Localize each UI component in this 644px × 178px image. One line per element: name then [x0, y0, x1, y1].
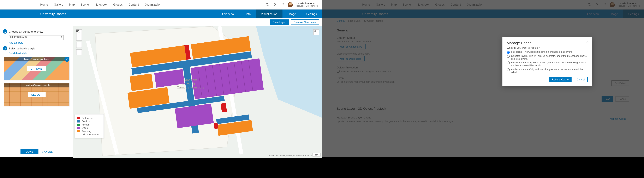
save-as-new-button[interactable]: Save As New Layer [291, 20, 319, 25]
options-button[interactable]: OPTIONS [27, 66, 46, 71]
opt-selected-layers[interactable]: Selected layers. This will pick up geome… [507, 54, 588, 60]
nav-scene[interactable]: Scene [81, 3, 89, 6]
step-2-badge: 2 [3, 46, 7, 50]
svg-point-3 [282, 3, 282, 4]
style-card-location-title: Location (Single symbol) [4, 83, 69, 88]
opt-attribute-update[interactable]: Attribute update. Only attribute changes… [507, 68, 588, 74]
tab-visualization[interactable]: Visualization [256, 10, 282, 18]
legend-label: Kitchen [82, 123, 90, 126]
step-1-badge: 1 [3, 29, 7, 34]
svg-rect-42 [78, 31, 79, 32]
tab-overview[interactable]: Overview [217, 10, 239, 18]
radio-partial-update[interactable] [507, 62, 510, 64]
opt-selected-layers-label: Selected layers. This will pick up geome… [511, 54, 588, 60]
nav-map[interactable]: Map [69, 3, 75, 6]
map-label: ckingham [183, 78, 197, 82]
done-button[interactable]: DONE [21, 149, 38, 154]
opt-partial-update-label: Partial update. Only features with geome… [511, 61, 588, 67]
svg-point-4 [283, 3, 284, 4]
svg-point-7 [283, 4, 284, 5]
viz-toolbar: Save Layer Save As New Layer [0, 18, 322, 26]
style-card-types[interactable]: Types (Unique symbols) ✔ OPTIONS [4, 57, 70, 80]
svg-point-2 [281, 3, 282, 4]
modal-cancel-button[interactable]: Cancel [574, 77, 588, 82]
user-name: Laurie Stevens [296, 2, 318, 5]
home-button[interactable] [76, 42, 82, 48]
floorplan-svg: ckingham Universit Campus Aylesbury [73, 26, 322, 158]
save-layer-button[interactable]: Save Layer [270, 20, 289, 25]
map-view[interactable]: ckingham Universit Campus Aylesbury + − … [73, 26, 322, 157]
svg-line-44 [316, 32, 316, 32]
zoom-out-button[interactable]: − [76, 35, 82, 41]
opt-partial-update[interactable]: Partial update. Only features with geome… [507, 61, 588, 67]
map-attribution: Esri UK, Esri, HERE, Garmin, INCREMENT P… [269, 154, 312, 156]
item-header: University Rooms Overview Data Visualiza… [0, 10, 322, 18]
step-1-label: Choose an attribute to show [9, 30, 43, 33]
legend-label: Teaching [82, 130, 91, 132]
set-default-style-link[interactable]: Set default style [9, 52, 70, 54]
nav-groups[interactable]: Groups [113, 3, 123, 6]
svg-point-10 [283, 6, 284, 6]
opt-full-cache[interactable]: Full cache. This will pick up schema cha… [507, 50, 588, 54]
attribute-select[interactable]: RoomUse2021 [9, 35, 64, 40]
map-search-button[interactable] [313, 29, 319, 35]
legend-swatch-bathrooms [77, 117, 80, 119]
rebuild-cache-button[interactable]: Rebuild Cache [549, 77, 572, 82]
page-title: University Rooms [40, 12, 66, 16]
legend: Bathrooms Corridor Kitchen Office Teachi… [75, 114, 104, 138]
nav-gallery[interactable]: Gallery [54, 3, 63, 6]
nav-org[interactable]: Organization [145, 3, 161, 6]
check-icon: ✔ [64, 57, 70, 62]
legend-swatch-kitchen [77, 124, 80, 126]
user-block[interactable]: Laurie Stevens lstevens_Greenshoots [296, 2, 318, 7]
tab-settings[interactable]: Settings [301, 10, 322, 18]
svg-text:Campus Aylesbury: Campus Aylesbury [177, 86, 204, 89]
svg-point-8 [281, 6, 282, 6]
style-panel: 1Choose an attribute to show RoomUse2021… [0, 26, 73, 157]
tab-data[interactable]: Data [240, 10, 256, 18]
modal-backdrop[interactable] [322, 0, 644, 157]
search-icon[interactable] [266, 3, 270, 6]
tab-usage[interactable]: Usage [282, 10, 301, 18]
radio-attribute-update[interactable] [507, 68, 510, 71]
legend-label: Office [82, 126, 88, 129]
legend-swatch-corridor [77, 120, 80, 122]
modal-question: What do you want to rebuild? [507, 46, 588, 49]
svg-point-43 [314, 30, 316, 32]
svg-line-1 [268, 5, 269, 6]
style-card-location[interactable]: Location (Single symbol) SELECT [4, 83, 70, 106]
step-2-label: Select a drawing style [9, 47, 36, 50]
legend-label: Bathrooms [82, 117, 93, 119]
legend-swatch-teaching [77, 130, 80, 132]
apps-icon[interactable] [280, 3, 284, 6]
esri-logo: esri [312, 153, 320, 156]
select-button[interactable]: SELECT [28, 92, 46, 97]
legend-swatch-office [77, 127, 80, 129]
modal-title: Manage Cache [507, 41, 588, 45]
manage-cache-modal: ✕ Manage Cache What do you want to rebui… [502, 37, 592, 86]
add-attribute-link[interactable]: Add attribute [9, 42, 70, 44]
svg-point-9 [282, 6, 282, 6]
opt-attribute-update-label: Attribute update. Only attribute changes… [511, 68, 588, 74]
basemap-button[interactable] [76, 50, 82, 55]
svg-point-6 [282, 4, 282, 5]
close-icon[interactable]: ✕ [586, 40, 589, 44]
nav-content[interactable]: Content [129, 3, 139, 6]
nav-home[interactable]: Home [40, 3, 48, 6]
legend-other: <all other values> [82, 133, 100, 136]
cancel-button[interactable]: CANCEL [42, 149, 52, 154]
svg-point-0 [266, 3, 268, 5]
style-card-types-title: Types (Unique symbols) [4, 57, 69, 62]
avatar[interactable] [288, 2, 293, 7]
svg-rect-21 [130, 74, 154, 91]
bell-icon[interactable] [273, 3, 277, 6]
svg-rect-40 [78, 30, 79, 31]
user-org: lstevens_Greenshoots [296, 5, 318, 7]
nav-notebook[interactable]: Notebook [95, 3, 107, 6]
radio-full-cache[interactable] [507, 51, 510, 54]
svg-text:Universit: Universit [182, 82, 195, 86]
nav-items: Home Gallery Map Scene Notebook Groups C… [40, 3, 161, 6]
radio-selected-layers[interactable] [507, 55, 510, 58]
svg-rect-39 [76, 30, 78, 31]
opt-full-cache-label: Full cache. This will pick up schema cha… [511, 50, 572, 54]
